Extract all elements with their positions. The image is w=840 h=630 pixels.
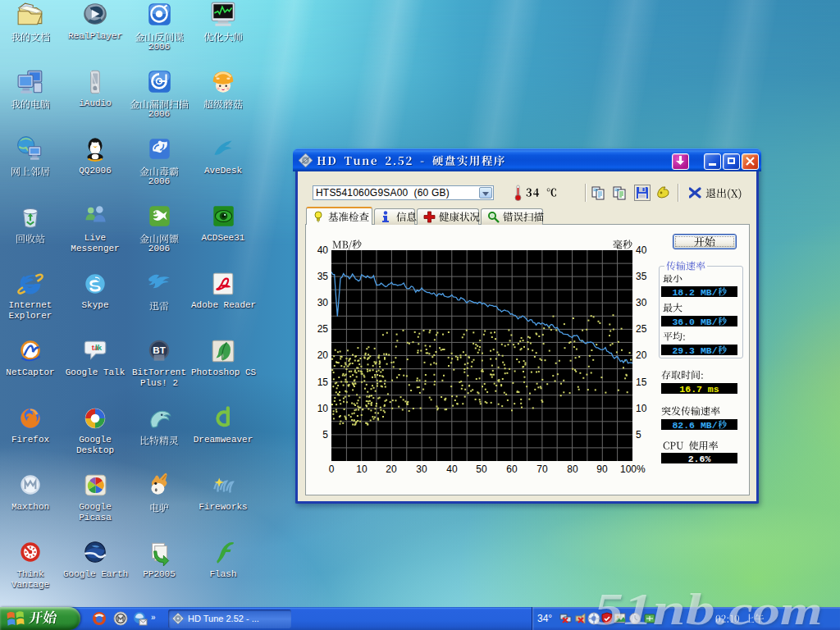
- svg-text:BT: BT: [153, 345, 166, 355]
- svg-text:lk: lk: [95, 343, 103, 352]
